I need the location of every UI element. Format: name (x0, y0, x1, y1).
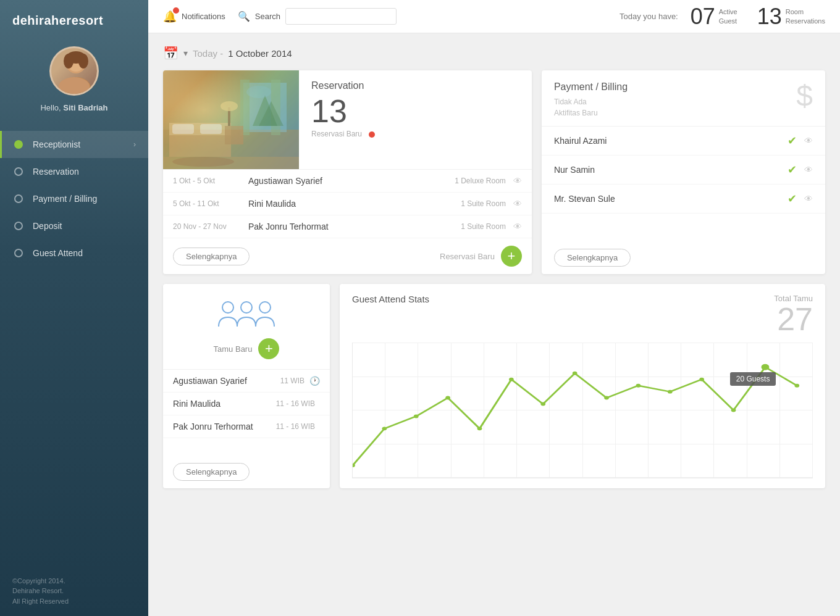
nav-dot-receptionist (14, 140, 23, 149)
reservation-image (163, 70, 299, 169)
nav-dot-reservation (14, 167, 23, 176)
svg-point-27 (414, 414, 419, 418)
svg-point-35 (668, 390, 673, 394)
people-icon (212, 299, 280, 330)
active-guest-stat: 07 Active Guest (691, 6, 737, 28)
eye-icon[interactable]: 👁 (513, 222, 522, 231)
table-row: 20 Nov - 27 Nov Pak Jonru Terhormat 1 Su… (163, 215, 532, 238)
reservation-actions: Selengkapnya Reservasi Baru + (163, 238, 532, 274)
svg-point-38 (762, 364, 770, 370)
notification-badge (173, 7, 179, 14)
search-input[interactable] (285, 8, 397, 25)
reservation-card: Reservation 13 Reservasi Baru 1 Okt - 5 … (163, 70, 532, 274)
new-reservation-dot (369, 131, 375, 138)
search-area: 🔍 Search (238, 8, 397, 25)
notifications-button[interactable]: 🔔 Notifications (163, 10, 225, 23)
nav-dot-guest (14, 249, 23, 257)
dollar-icon: $ (796, 81, 813, 111)
cards-row: Reservation 13 Reservasi Baru 1 Okt - 5 … (163, 70, 825, 274)
sidebar-profile: Hello, Siti Badriah (0, 34, 148, 131)
sidebar-item-guest-attend[interactable]: Guest Attend (0, 239, 148, 267)
eye-icon[interactable]: 👁 (804, 165, 813, 175)
sidebar-footer: ©Copyright 2014. Dehirahe Resort. All Ri… (0, 566, 148, 617)
svg-point-1 (61, 77, 91, 96)
table-row: Khairul Azami ✔ 👁 (542, 127, 825, 156)
eye-icon[interactable]: 👁 (513, 176, 522, 186)
guest-selengkapnya-button[interactable]: Selengkapnya (173, 463, 250, 481)
chart-header: Guest Attend Stats Total Tamu 27 (352, 294, 813, 335)
main-area: 🔔 Notifications 🔍 Search Today you have:… (148, 0, 840, 616)
nav-dot-deposit (14, 222, 23, 230)
date-dropdown-icon[interactable]: ▾ (183, 48, 188, 58)
sidebar-item-deposit[interactable]: Deposit (0, 212, 148, 239)
guest-list: Agustiawan Syarief 11 WIB 🕐 Rini Maulida… (163, 370, 330, 456)
date-bar: 📅 ▾ Today - 1 October 2014 (163, 46, 825, 60)
bell-icon: 🔔 (163, 10, 177, 23)
svg-point-18 (172, 157, 234, 167)
svg-point-37 (731, 409, 736, 412)
add-reservation-button[interactable]: + (501, 246, 522, 267)
content-area: 📅 ▾ Today - 1 October 2014 (148, 33, 840, 616)
reservation-top: Reservation 13 Reservasi Baru (163, 70, 532, 169)
chart-svg (353, 343, 813, 478)
reservation-selengkapnya-button[interactable]: Selengkapnya (173, 248, 250, 265)
check-icon: ✔ (788, 163, 797, 177)
chevron-right-icon: › (133, 140, 136, 149)
svg-point-30 (509, 378, 514, 381)
svg-point-29 (477, 427, 482, 430)
reservation-info: Reservation 13 Reservasi Baru (299, 70, 532, 169)
nav-dot-payment (14, 194, 23, 203)
payment-actions: Selengkapnya (542, 241, 825, 274)
table-row: Mr. Stevan Sule ✔ 👁 (542, 185, 825, 214)
sidebar-nav: Receptionist › Reservation Payment / Bil… (0, 131, 148, 566)
svg-point-4 (64, 54, 74, 69)
payment-selengkapnya-button[interactable]: Selengkapnya (554, 249, 631, 267)
svg-point-39 (794, 384, 799, 388)
tamu-baru-label: Tamu Baru (214, 344, 253, 354)
list-item: Agustiawan Syarief 11 WIB 🕐 (163, 370, 330, 393)
guest-actions: Selengkapnya (163, 456, 330, 488)
bottom-row: Tamu Baru + Agustiawan Syarief 11 WIB 🕐 … (163, 284, 825, 488)
svg-point-33 (604, 396, 609, 400)
eye-icon[interactable]: 👁 (804, 194, 813, 204)
svg-point-24 (259, 302, 271, 313)
check-icon: ✔ (788, 134, 797, 148)
eye-icon[interactable]: 👁 (513, 199, 522, 209)
list-item: Rini Maulida 11 - 16 WIB (163, 393, 330, 415)
eye-icon[interactable]: 👁 (804, 136, 813, 146)
sidebar-item-payment-billing[interactable]: Payment / Billing (0, 185, 148, 212)
reservation-list: 1 Okt - 5 Okt Agustiawan Syarief 1 Delux… (163, 169, 532, 238)
greeting-text: Hello, Siti Badriah (40, 103, 107, 112)
svg-point-26 (382, 427, 387, 430)
check-icon: ✔ (788, 192, 797, 206)
chart-area: 20 Guests (352, 343, 813, 478)
svg-rect-16 (225, 126, 243, 144)
header: 🔔 Notifications 🔍 Search Today you have:… (148, 0, 840, 33)
calendar-icon[interactable]: 📅 (163, 46, 178, 60)
table-row: Nur Samin ✔ 👁 (542, 156, 825, 185)
svg-point-21 (246, 86, 271, 98)
room-reservations-stat: 13 Room Reservations (757, 6, 825, 28)
search-icon: 🔍 (238, 10, 250, 22)
guest-top: Tamu Baru + (163, 284, 330, 370)
svg-point-5 (78, 54, 88, 69)
sidebar-item-reservation[interactable]: Reservation (0, 158, 148, 185)
sidebar: dehiraheresort Hello, Siti Badriah (0, 0, 148, 616)
svg-point-15 (220, 101, 238, 111)
svg-point-32 (573, 372, 578, 375)
table-row: 5 Okt - 11 Okt Rini Maulida 1 Suite Room… (163, 193, 532, 215)
list-item: Pak Jonru Terhormat 11 - 16 WIB (163, 415, 330, 438)
svg-rect-12 (172, 124, 194, 134)
svg-point-31 (540, 402, 545, 406)
add-guest-button[interactable]: + (258, 338, 279, 359)
payment-list: Khairul Azami ✔ 👁 Nur Samin ✔ 👁 Mr. Stev… (542, 127, 825, 241)
sidebar-item-receptionist[interactable]: Receptionist › (0, 131, 148, 158)
avatar (49, 46, 99, 96)
payment-header: Payment / Billing Tidak Ada Aktifitas Ba… (542, 70, 825, 127)
payment-card: Payment / Billing Tidak Ada Aktifitas Ba… (542, 70, 825, 274)
svg-point-36 (699, 378, 704, 381)
guest-attend-card: Tamu Baru + Agustiawan Syarief 11 WIB 🕐 … (163, 284, 330, 488)
header-today-label: Today you have: (620, 12, 678, 21)
svg-point-28 (445, 396, 450, 400)
svg-point-34 (636, 384, 641, 388)
